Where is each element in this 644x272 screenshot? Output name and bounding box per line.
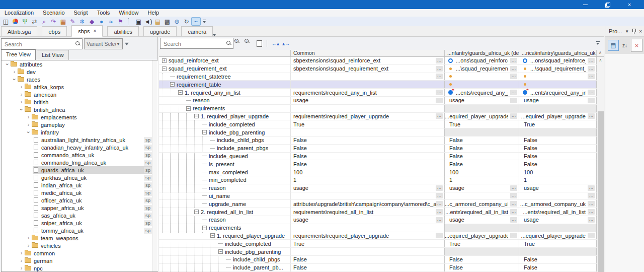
flag-icon[interactable]: ⚑ [116, 17, 125, 26]
scroll-up-icon[interactable]: ∧ [597, 50, 604, 56]
pin-icon[interactable] [632, 29, 636, 34]
expander-icon[interactable]: › [12, 77, 17, 82]
row-squad_requirement_ext[interactable]: −squad_requirement_extsbpextensions\squa… [159, 65, 597, 73]
row-ui_name[interactable]: ui_name……… [159, 192, 597, 200]
tree-item-races[interactable]: ›races [2, 76, 158, 83]
common-value-cell[interactable]: False [291, 264, 445, 271]
common-value-cell[interactable]: … [291, 73, 445, 81]
ellipsis-button[interactable]: … [510, 209, 517, 215]
ellipsis-button[interactable]: … [588, 217, 595, 223]
ellipsis-button[interactable]: … [588, 113, 595, 119]
sp-variant-cell[interactable] [519, 224, 597, 232]
ellipsis-button[interactable]: … [510, 98, 517, 103]
default-variant-cell[interactable]: False [445, 256, 519, 263]
common-value-cell[interactable]: sbpextensions\squad_requirement_ext… [291, 65, 445, 73]
default-variant-cell[interactable]: … [445, 73, 519, 81]
expander-icon[interactable]: › [19, 250, 24, 256]
sp-variant-cell[interactable]: False [519, 264, 597, 271]
sp-variant-cell[interactable]: ...equired_player_upgrade… [519, 232, 597, 240]
default-variant-cell[interactable]: False [445, 153, 519, 160]
expander-icon[interactable]: − [186, 106, 191, 111]
common-value-cell[interactable] [291, 81, 445, 88]
next-difference-button[interactable]: ▴→ [282, 41, 290, 46]
common-value-cell[interactable]: False [291, 137, 445, 144]
default-variant-cell[interactable] [445, 105, 519, 112]
expander-icon[interactable]: › [19, 265, 24, 271]
search-options-overflow-icon[interactable] [125, 41, 130, 47]
common-value-cell[interactable]: … [291, 192, 445, 200]
common-value-cell[interactable]: requirements\required_player_upgrade… [291, 113, 445, 120]
tab-upgrade[interactable]: upgrade [143, 26, 177, 36]
tree-item-german[interactable]: ›german [2, 257, 158, 264]
row-include_child_pbgs[interactable]: include_child_pbgsFalseFalseFalse [159, 137, 597, 145]
menu-item-scenario[interactable]: Scenario [38, 9, 69, 17]
category-view-button[interactable]: ▤ [608, 40, 619, 51]
ellipsis-button[interactable]: … [510, 233, 517, 238]
tree-item-gameplay[interactable]: ›gameplay [2, 121, 158, 128]
default-variant-cell[interactable]: False [445, 137, 519, 144]
default-variant-cell[interactable]: usage… [445, 184, 519, 192]
row-1-required_player_upgrade[interactable]: −1. required_player_upgraderequirements\… [159, 113, 597, 121]
sp-variant-cell[interactable] [519, 248, 597, 255]
tab-abilities[interactable]: abilities [107, 26, 139, 36]
sp-variant-cell[interactable]: 1 [519, 176, 597, 184]
common-value-cell[interactable]: True [291, 120, 445, 128]
grid-header-col2[interactable]: ...nfantry\guards_africa_uk (default) [445, 50, 519, 56]
common-value-cell[interactable]: requirements\required_any_in_list… [291, 89, 445, 96]
audio-icon[interactable]: ◄) [143, 17, 153, 26]
tab-close-icon[interactable]: × [94, 27, 97, 36]
common-value-cell[interactable] [291, 248, 445, 255]
default-variant-cell[interactable]: … [445, 192, 519, 200]
row-2-required_all_in_list[interactable]: −2. required_all_in_listrequirements\req… [159, 208, 597, 216]
tree-item-british[interactable]: ›british [2, 98, 158, 106]
common-value-cell[interactable]: False [291, 153, 445, 160]
ellipsis-button[interactable]: … [436, 98, 443, 103]
row-upgrade_name[interactable]: upgrade_nameattributes\upgrade\british\c… [159, 200, 597, 208]
image-icon[interactable]: ▤ [153, 17, 163, 26]
default-variant-cell[interactable]: ...equired_player_upgrade… [445, 232, 519, 240]
row-include_parent_pb-[interactable]: include_parent_pb...FalseFalseFalse [159, 264, 597, 272]
tree-item-officer_africa_uk[interactable]: officer_africa_uksp [2, 196, 158, 204]
tree-item-vehicles[interactable]: ›vehicles [2, 242, 158, 249]
tree-search-input[interactable] [4, 39, 75, 49]
menu-item-tools[interactable]: Tools [93, 9, 115, 17]
default-variant-cell[interactable]: ★...ents\required_any_in_list… [445, 89, 519, 96]
common-value-cell[interactable]: True [291, 240, 445, 247]
expander-icon[interactable]: − [218, 249, 223, 254]
row-include_pbg_parenting[interactable]: −include_pbg_parenting [159, 128, 597, 137]
default-variant-cell[interactable]: ...\squad_requirement_ext… [445, 65, 519, 73]
previous-difference-button[interactable]: ←▴ [272, 41, 279, 46]
tab-attrib-sga[interactable]: Attrib.sga [1, 26, 37, 36]
tab-sbps[interactable]: sbps× [71, 25, 103, 37]
expander-icon[interactable]: − [202, 130, 207, 134]
view-tab-list-view[interactable]: List View [37, 50, 69, 60]
sp-variant-cell[interactable]: usage… [519, 216, 597, 224]
expander-icon[interactable]: − [194, 114, 199, 118]
menu-item-script[interactable]: Script [69, 9, 93, 17]
sp-variant-cell[interactable]: False [519, 256, 597, 263]
row-include_completed[interactable]: include_completedTrueTrueTrue [159, 120, 597, 128]
row-requirements[interactable]: −requirements [159, 224, 597, 232]
waves-icon[interactable]: ≈ [106, 17, 116, 26]
tree-item-commando_lmg_africa_uk[interactable]: commando_lmg_africa_uksp [2, 159, 158, 166]
ellipsis-button[interactable]: … [588, 209, 595, 215]
expander-icon[interactable]: › [19, 258, 24, 263]
default-variant-cell[interactable]: False [445, 145, 519, 152]
default-variant-cell[interactable]: usage… [445, 97, 519, 104]
minimize-button[interactable] [578, 0, 593, 9]
tree-item-guards_africa_uk[interactable]: guards_africa_uksp [2, 166, 158, 174]
history-icon[interactable]: ↻ [182, 17, 191, 26]
menu-item-help[interactable]: Help [143, 9, 164, 17]
sp-variant-cell[interactable]: ...ons\squad_reinforce_ext… [519, 57, 597, 64]
sort-button[interactable]: z↓ [620, 40, 630, 51]
common-value-cell[interactable] [291, 224, 445, 232]
checkerboard-icon[interactable]: ▩ [163, 17, 172, 26]
sp-variant-cell[interactable]: usage… [519, 97, 597, 104]
ellipsis-button[interactable]: … [436, 193, 443, 198]
expander-icon[interactable]: − [194, 210, 199, 214]
expander-icon[interactable]: › [26, 235, 31, 241]
tree-item-australian_light_infantry_africa_uk[interactable]: australian_light_infantry_africa_uksp [2, 136, 158, 144]
ellipsis-button[interactable]: … [588, 90, 595, 95]
tree-item-commando_africa_uk[interactable]: commando_africa_uksp [2, 151, 158, 159]
toolbar-overflow-icon[interactable] [202, 18, 208, 25]
